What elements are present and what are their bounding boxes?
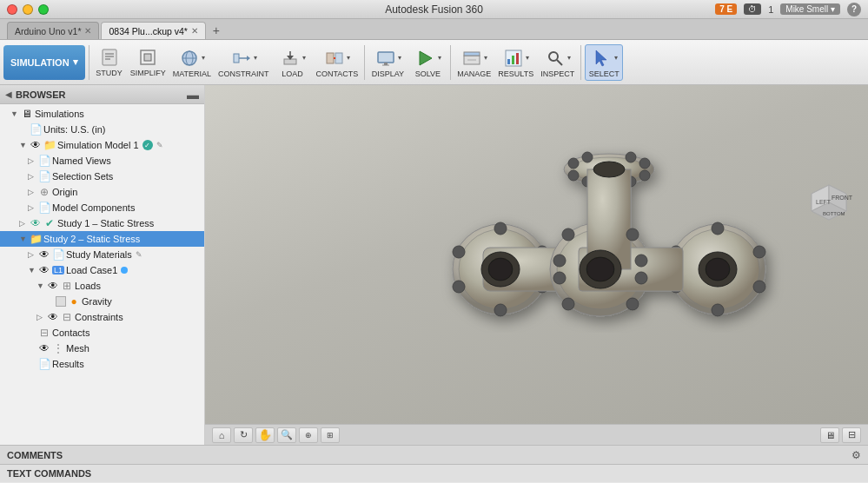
tab-arduino-label: Arduino Uno v1* [15, 26, 81, 36]
material-label: MATERIAL [173, 69, 211, 78]
tab-pluckup[interactable]: 0834 Plu...ckup v4* ✕ [101, 22, 205, 39]
browser-collapse-button[interactable]: ▬ [187, 88, 199, 102]
svg-point-81 [635, 272, 647, 284]
tab-pluckup-label: 0834 Plu...ckup v4* [109, 26, 187, 36]
simplify-button[interactable]: SIMPLIFY [128, 44, 169, 80]
contacts-tree-icon: ⊟ [38, 327, 50, 339]
display-button[interactable]: ▾ DISPLAY [368, 45, 407, 80]
comments-gear-icon[interactable]: ⚙ [851, 449, 861, 461]
tree-study2[interactable]: ▼ 📁 Study 2 – Static Stress [0, 231, 204, 247]
tree-sim-model[interactable]: ▼ 👁 📁 Simulation Model 1 ✓ ✎ [0, 137, 204, 153]
tree-named-views[interactable]: ▷ 📄 Named Views [0, 153, 204, 169]
simulation-mode-button[interactable]: SIMULATION ▾ [3, 45, 85, 80]
svg-point-44 [453, 281, 465, 293]
nav-home-button[interactable]: ⌂ [212, 427, 231, 443]
tree-loads[interactable]: ▼ 👁 ⊞ Loads [0, 278, 204, 294]
manage-button[interactable]: ▾ MANAGE [454, 45, 494, 80]
select-button[interactable]: ▾ SELECT [585, 44, 623, 81]
tree-gravity[interactable]: ● Gravity [0, 294, 204, 309]
tree-contacts[interactable]: ⊟ Contacts [0, 325, 204, 341]
svg-rect-9 [234, 54, 239, 63]
nav-grid-button[interactable]: ⊟ [842, 427, 861, 443]
tab-arduino-close[interactable]: ✕ [84, 26, 91, 36]
tree-arrow: ▼ [19, 235, 28, 243]
tree-contacts-label: Contacts [52, 328, 89, 338]
origin-icon: ⊕ [38, 186, 50, 198]
nav-zoomfit-button[interactable]: ⊕ [299, 427, 318, 443]
nav-pan-button[interactable]: ✋ [255, 427, 275, 443]
results-button[interactable]: ▾ RESULTS [495, 45, 536, 80]
tree-load-case1[interactable]: ▼ 👁 L1 Load Case1 [0, 262, 204, 278]
tree-mesh-label: Mesh [66, 343, 89, 354]
named-views-icon: 📄 [38, 155, 50, 167]
notification-badge[interactable]: 7 E [715, 3, 737, 15]
tab-pluckup-close[interactable]: ✕ [191, 26, 198, 36]
gravity-yellow-icon: ● [68, 295, 80, 308]
main-area: ◀ BROWSER ▬ ▼ 🖥 Simulations 📄 Units: U.S… [0, 85, 868, 445]
selection-sets-icon: 📄 [38, 170, 50, 182]
tree-constraints[interactable]: ▷ 👁 ⊟ Constraints [0, 309, 204, 325]
text-commands-bar: TEXT COMMANDS [0, 465, 868, 482]
help-button[interactable]: ? [847, 3, 861, 17]
comments-bar: COMMENTS ⚙ [0, 446, 868, 465]
study-button[interactable]: STUDY [93, 44, 126, 80]
browser-collapse-left[interactable]: ◀ [5, 89, 12, 99]
nav-orbit-button[interactable]: ↻ [234, 427, 253, 443]
tab-arduino[interactable]: Arduino Uno v1* ✕ [7, 22, 99, 39]
sim-model-pencil-badge: ✎ [156, 141, 163, 149]
constraint-button[interactable]: ▾ CONSTRAINT [215, 45, 272, 80]
study-label: STUDY [96, 69, 123, 78]
svg-point-43 [453, 246, 465, 258]
tree-mesh[interactable]: 👁 ⋮ Mesh [0, 341, 204, 356]
text-commands-label: TEXT COMMANDS [7, 468, 91, 479]
load-button[interactable]: ▾ LOAD [273, 45, 311, 80]
sim-model-icon: 📁 [43, 139, 56, 151]
clock-icon: ⏱ [744, 3, 761, 15]
material-button[interactable]: ▾ MATERIAL [170, 45, 214, 80]
close-button[interactable] [7, 4, 17, 15]
svg-point-75 [626, 228, 639, 241]
svg-rect-23 [464, 52, 480, 56]
nav-zoom-button[interactable]: 🔍 [277, 427, 296, 443]
nav-zoomwindow-button[interactable]: ⊞ [321, 427, 340, 443]
svg-rect-0 [103, 50, 116, 65]
tree-arrow: ▷ [36, 313, 45, 321]
tree-arrow: ▷ [19, 219, 28, 228]
tree-model-components[interactable]: ▷ 📄 Model Components [0, 200, 204, 215]
user-arrow: ▾ [831, 4, 835, 14]
svg-point-52 [712, 222, 724, 235]
user-menu[interactable]: Mike Smell ▾ [780, 3, 840, 15]
comments-label: COMMENTS [7, 450, 63, 460]
contacts-button[interactable]: ▾ CONTACTS [313, 45, 361, 80]
svg-text:LEFT: LEFT [816, 199, 832, 205]
tree-results[interactable]: 📄 Results [0, 356, 204, 372]
maximize-button[interactable] [38, 4, 49, 15]
results-icon [502, 47, 525, 69]
solve-button[interactable]: ▾ SOLVE [408, 45, 447, 80]
inspect-button[interactable]: ▾ INSPECT [538, 45, 577, 80]
tree-study-materials[interactable]: ▷ 👁 📄 Study Materials ✎ [0, 247, 204, 262]
tree-units-label: Units: U.S. (in) [43, 124, 106, 135]
contacts-arrow: ▾ [347, 54, 350, 62]
nav-display-button[interactable]: 🖥 [820, 427, 839, 443]
tree-sim-model-label: Simulation Model 1 [57, 140, 139, 150]
tree-study2-label: Study 2 – Static Stress [43, 234, 140, 244]
tree-origin[interactable]: ▷ ⊕ Origin [0, 184, 204, 200]
tree-units[interactable]: 📄 Units: U.S. (in) [0, 122, 204, 137]
view-cube[interactable]: LEFT FRONT BOTTOM [798, 172, 861, 235]
tab-add-button[interactable]: + [208, 22, 225, 39]
tree-selection-sets[interactable]: ▷ 📄 Selection Sets [0, 169, 204, 184]
tree-study1[interactable]: ▷ 👁 ✔ Study 1 – Static Stress [0, 215, 204, 231]
minimize-button[interactable] [23, 4, 33, 15]
svg-rect-26 [507, 59, 510, 64]
simulation-arrow: ▾ [73, 56, 78, 68]
load-arrow: ▾ [302, 54, 306, 62]
svg-rect-18 [378, 52, 394, 63]
tree-model-components-label: Model Components [52, 202, 135, 213]
simulation-label: SIMULATION [10, 57, 70, 68]
tree-simulations[interactable]: ▼ 🖥 Simulations [0, 106, 204, 122]
tree-constraints-label: Constraints [75, 312, 123, 322]
display-label: DISPLAY [372, 69, 404, 78]
svg-point-76 [562, 298, 574, 310]
viewport[interactable]: LEFT FRONT BOTTOM [205, 85, 868, 445]
